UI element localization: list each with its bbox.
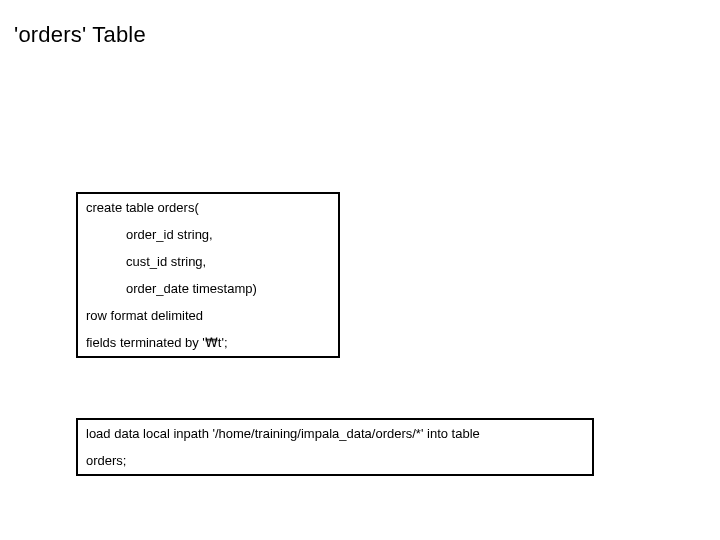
load-data-line: orders; (78, 447, 592, 474)
load-data-line: load data local inpath '/home/training/i… (78, 420, 592, 447)
create-table-line: row format delimited (78, 302, 338, 329)
create-table-line: order_date timestamp) (78, 275, 338, 302)
load-data-code-box: load data local inpath '/home/training/i… (76, 418, 594, 476)
create-table-code-box: create table orders(order_id string,cust… (76, 192, 340, 358)
page-title: 'orders' Table (14, 22, 146, 48)
create-table-line: create table orders( (78, 194, 338, 221)
create-table-line: fields terminated by '₩t'; (78, 329, 338, 356)
create-table-line: cust_id string, (78, 248, 338, 275)
create-table-line: order_id string, (78, 221, 338, 248)
